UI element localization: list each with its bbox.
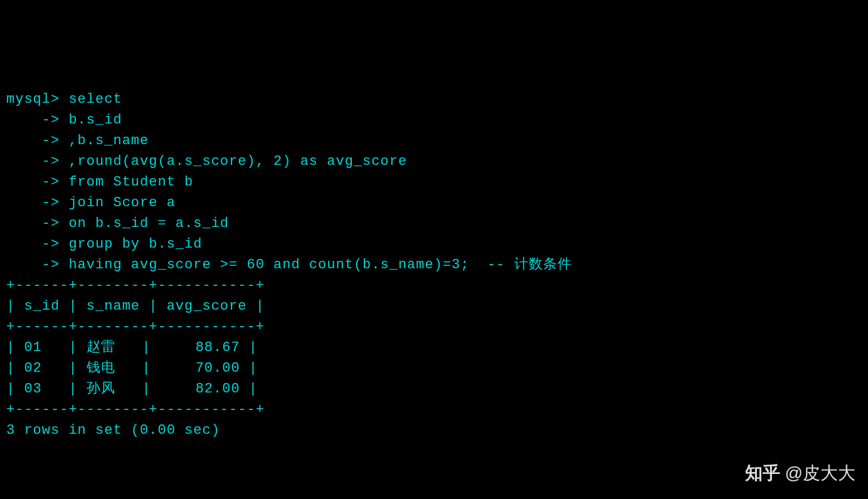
query-line: -> ,b.s_name xyxy=(6,130,862,151)
query-line: -> having avg_score >= 60 and count(b.s_… xyxy=(6,255,862,275)
table-border-mid: +------+--------+-----------+ xyxy=(6,317,862,337)
query-line: -> group by b.s_id xyxy=(6,234,862,255)
table-row: | 02 | 钱电 | 70.00 | xyxy=(6,358,862,379)
query-line: -> b.s_id xyxy=(6,110,862,130)
table-row: | 03 | 孙风 | 82.00 | xyxy=(6,379,862,399)
table-row: | 01 | 赵雷 | 88.67 | xyxy=(6,337,862,358)
terminal-output: mysql> select -> b.s_id -> ,b.s_name -> … xyxy=(6,89,862,441)
watermark-author: @皮大大 xyxy=(785,463,855,483)
query-line: mysql> select xyxy=(6,89,862,110)
watermark: 知乎@皮大大 xyxy=(745,460,855,486)
result-footer: 3 rows in set (0.00 sec) xyxy=(6,420,862,441)
query-line: -> on b.s_id = a.s_id xyxy=(6,213,862,234)
zhihu-logo: 知乎 xyxy=(745,463,780,483)
query-line: -> join Score a xyxy=(6,192,862,213)
query-line: -> ,round(avg(a.s_score), 2) as avg_scor… xyxy=(6,151,862,172)
table-header: | s_id | s_name | avg_score | xyxy=(6,296,862,317)
table-border-bottom: +------+--------+-----------+ xyxy=(6,399,862,420)
query-line: -> from Student b xyxy=(6,172,862,192)
table-border-top: +------+--------+-----------+ xyxy=(6,275,862,296)
